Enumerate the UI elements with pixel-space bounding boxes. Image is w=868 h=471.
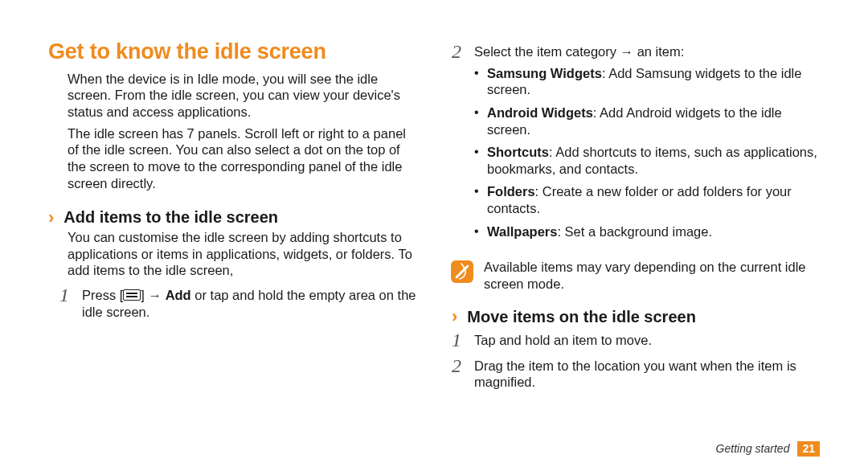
move-items-steps: 1 Tap and hold an item to move. 2 Drag t… [452, 332, 820, 399]
left-column: Get to know the idle screen When the dev… [48, 39, 416, 471]
step-1: 1 Press [] → Add or tap and hold the emp… [59, 287, 416, 320]
step-1: 1 Tap and hold an item to move. [452, 332, 820, 350]
step-2: 2 Select the item category → an item: Sa… [452, 43, 820, 246]
subhead-label: Move items on the idle screen [467, 307, 696, 327]
chapter-name: Getting started [716, 442, 790, 457]
category-list: Samsung Widgets: Add Samsung widgets to … [474, 65, 820, 240]
add-items-steps: 1 Press [] → Add or tap and hold the emp… [59, 287, 416, 328]
subhead-move-items: › Move items on the idle screen [452, 307, 820, 327]
note-icon [450, 260, 474, 284]
note-text: Available items may vary depending on th… [484, 259, 820, 292]
step-number: 2 [452, 356, 465, 391]
step-text: Press [] → Add or tap and hold the empty… [82, 287, 416, 320]
list-item: Samsung Widgets: Add Samsung widgets to … [474, 65, 820, 98]
page-footer: Getting started 21 [716, 441, 820, 457]
page-number: 21 [797, 441, 820, 457]
add-items-intro: You can customise the idle screen by add… [68, 229, 416, 279]
document-page: Get to know the idle screen When the dev… [0, 0, 868, 471]
step-text: Drag the item to the location you want w… [474, 358, 820, 391]
step-text: Tap and hold an item to move. [474, 332, 820, 350]
right-column: 2 Select the item category → an item: Sa… [452, 39, 820, 471]
subhead-add-items: › Add items to the idle screen [48, 207, 416, 227]
add-items-steps-cont: 2 Select the item category → an item: Sa… [452, 42, 820, 254]
section-title: Get to know the idle screen [48, 39, 416, 66]
chevron-icon: › [48, 209, 54, 227]
intro-paragraph-2: The idle screen has 7 panels. Scroll lef… [68, 125, 416, 192]
step-2: 2 Drag the item to the location you want… [452, 358, 820, 391]
step-2-lead: Select the item category → an item: [474, 44, 684, 59]
list-item: Folders: Create a new folder or add fold… [474, 183, 820, 216]
note: Available items may vary depending on th… [450, 259, 820, 292]
list-item: Android Widgets: Add Android widgets to … [474, 104, 820, 137]
chevron-icon: › [452, 308, 457, 326]
step-text: Select the item category → an item: Sams… [474, 43, 820, 246]
step-number: 1 [59, 285, 72, 320]
step-number: 1 [452, 330, 465, 350]
list-item: Shortcuts: Add shortcuts to items, such … [474, 144, 820, 177]
list-item: Wallpapers: Set a background image. [474, 223, 820, 240]
intro-paragraph-1: When the device is in Idle mode, you wil… [68, 71, 416, 121]
step-number: 2 [452, 42, 465, 246]
menu-key-icon [123, 289, 141, 301]
subhead-label: Add items to the idle screen [63, 207, 278, 227]
